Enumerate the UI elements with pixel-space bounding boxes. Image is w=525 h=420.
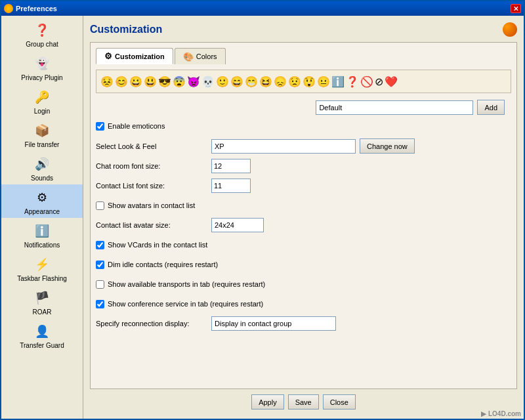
roar-icon: 🏴 (33, 289, 51, 307)
tab-customization[interactable]: ⚙ Customization (96, 48, 173, 64)
emoticons-bar: 😣 😊 😀 😃 😎 😨 👿 💀 🙂 😄 😁 😆 😞 😟 😲 😐 (96, 70, 511, 93)
customization-tab-icon: ⚙ (104, 51, 112, 61)
sidebar-item-appearance[interactable]: ⚙ Appearance (1, 184, 83, 218)
sidebar-item-label: Notifications (24, 242, 60, 249)
emoticon[interactable]: 😃 (144, 75, 157, 88)
skin-dropdown-container: Default (316, 100, 473, 115)
sidebar-item-file-transfer[interactable]: 📦 File transfer (1, 117, 83, 151)
close-button[interactable]: Close (323, 394, 356, 410)
change-now-button[interactable]: Change now (360, 138, 415, 154)
emoticon[interactable]: 😐 (317, 75, 330, 88)
dim-idle-label[interactable]: Dim idle contacts (requires restart) (96, 261, 218, 269)
sidebar-item-login[interactable]: 🔑 Login (1, 84, 83, 117)
emoticon[interactable]: ❤️ (385, 75, 398, 88)
emoticon[interactable]: 😨 (173, 75, 186, 88)
reconnect-dropdown[interactable]: Display in contact group Display separat… (211, 316, 336, 331)
chat-font-row: Chat room font size: (96, 159, 511, 173)
chat-font-label: Chat room font size: (96, 162, 207, 170)
sidebar-item-label: Privacy Plugin (21, 74, 62, 81)
emoticon[interactable]: ⊘ (375, 75, 383, 88)
tab-colors-label: Colors (196, 52, 217, 60)
sidebar-item-label: Sounds (31, 175, 53, 182)
reconnect-dropdown-container: Display in contact group Display separat… (211, 316, 336, 331)
show-vcards-checkbox[interactable] (96, 241, 104, 249)
emoticon[interactable]: 😀 (129, 75, 142, 88)
privacy-plugin-icon: 👻 (33, 54, 51, 73)
dim-idle-row: Dim idle contacts (requires restart) (96, 257, 511, 272)
sidebar-item-roar[interactable]: 🏴 ROAR (1, 285, 83, 318)
emoticon[interactable]: 🙂 (216, 75, 229, 88)
sidebar-item-label: Taskbar Flashing (17, 275, 67, 282)
enable-emoticons-checkbox[interactable] (96, 122, 104, 131)
preferences-window: Preferences ✕ ❓ Group chat 👻 Privacy Plu… (0, 0, 525, 420)
tab-customization-label: Customization (115, 52, 165, 60)
main-title: Customization (90, 24, 162, 35)
emoticon[interactable]: 🚫 (360, 75, 373, 88)
save-button[interactable]: Save (288, 394, 319, 410)
sidebar-item-notifications[interactable]: ℹ️ Notifications (1, 218, 83, 251)
sidebar-item-transfer-guard[interactable]: 👤 Transfer Guard (1, 318, 83, 352)
sidebar: ❓ Group chat 👻 Privacy Plugin 🔑 Login 📦 … (1, 16, 83, 419)
show-transports-checkbox[interactable] (96, 280, 104, 289)
show-vcards-label[interactable]: Show VCards in the contact list (96, 241, 207, 249)
dim-idle-text: Dim idle contacts (requires restart) (108, 261, 218, 268)
avatar-size-dropdown-container: 24x24 32x32 48x48 (211, 218, 264, 232)
show-conference-checkbox[interactable] (96, 300, 104, 308)
avatar-size-dropdown[interactable]: 24x24 32x32 48x48 (211, 218, 264, 232)
window-title: Preferences (16, 5, 511, 12)
enable-emoticons-text: Enable emoticons (108, 122, 165, 130)
notifications-icon: ℹ️ (33, 222, 51, 240)
window-icon (4, 4, 13, 13)
contact-font-input[interactable] (211, 178, 251, 193)
emoticon[interactable]: 😎 (158, 75, 171, 88)
login-icon: 🔑 (33, 88, 51, 106)
emoticon[interactable]: 💀 (201, 75, 215, 88)
sidebar-item-group-chat[interactable]: ❓ Group chat (1, 17, 83, 51)
tab-colors[interactable]: 🎨 Colors (175, 48, 226, 64)
emoticon[interactable]: 😞 (274, 75, 287, 88)
look-feel-dropdown[interactable]: XP Default Classic (211, 139, 356, 154)
content-panel: ⚙ Customization 🎨 Colors 😣 😊 😀 😃 😎 😨 (90, 42, 517, 389)
sidebar-item-taskbar-flashing[interactable]: ⚡ Taskbar Flashing (1, 251, 83, 285)
emoticon[interactable]: 😆 (259, 75, 272, 88)
watermark: ▶ LO4D.com (481, 410, 521, 417)
emoticon[interactable]: 😊 (115, 75, 128, 88)
show-transports-label[interactable]: Show available transports in tab (requir… (96, 280, 265, 289)
reconnect-label: Specify reconnection display: (96, 320, 207, 327)
chat-font-input[interactable] (211, 159, 251, 173)
close-window-button[interactable]: ✕ (511, 4, 521, 13)
emoticon[interactable]: ❓ (346, 75, 359, 88)
emoticon[interactable]: ℹ️ (331, 75, 345, 88)
window-body: ❓ Group chat 👻 Privacy Plugin 🔑 Login 📦 … (1, 16, 524, 419)
contact-font-row: Contact List font size: (96, 178, 511, 193)
emoticon[interactable]: 😣 (100, 75, 114, 88)
add-skin-button[interactable]: Add (477, 100, 505, 115)
emoticon[interactable]: 😲 (303, 75, 316, 88)
show-avatars-text: Show avatars in contact list (108, 201, 195, 209)
emoticon[interactable]: 😄 (230, 75, 243, 88)
show-vcards-row: Show VCards in the contact list (96, 238, 511, 252)
show-avatars-label[interactable]: Show avatars in contact list (96, 201, 195, 210)
sidebar-item-label: Login (34, 108, 50, 115)
sidebar-item-sounds[interactable]: 🔊 Sounds (1, 151, 83, 184)
group-chat-icon: ❓ (33, 21, 51, 39)
transfer-guard-icon: 👤 (33, 322, 51, 341)
bottom-buttons: Apply Save Close (90, 389, 517, 412)
sidebar-item-privacy-plugin[interactable]: 👻 Privacy Plugin (1, 51, 83, 84)
emoticon[interactable]: 😟 (288, 75, 301, 88)
emoticon[interactable]: 👿 (187, 75, 200, 88)
sidebar-item-label: ROAR (33, 308, 52, 316)
apply-button[interactable]: Apply (251, 394, 284, 410)
enable-emoticons-label[interactable]: Enable emoticons (96, 122, 165, 131)
avatar-size-label: Contact list avatar size: (96, 221, 207, 229)
show-conference-label[interactable]: Show conference service in tab (requires… (96, 300, 263, 308)
emoticon[interactable]: 😁 (245, 75, 258, 88)
skin-dropdown[interactable]: Default (316, 100, 473, 115)
file-transfer-icon: 📦 (33, 121, 51, 140)
sidebar-item-label: File transfer (25, 141, 60, 148)
dim-idle-checkbox[interactable] (96, 261, 104, 269)
main-content: Customization ⚙ Customization 🎨 Colors (83, 16, 524, 419)
colors-tab-icon: 🎨 (183, 52, 194, 62)
show-avatars-checkbox[interactable] (96, 201, 104, 210)
show-transports-row: Show available transports in tab (requir… (96, 277, 511, 291)
